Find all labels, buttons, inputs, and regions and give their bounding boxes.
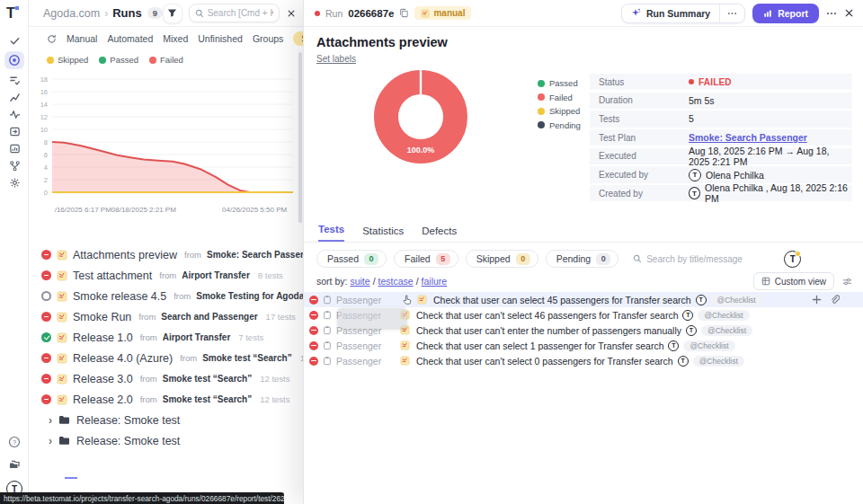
note-icon [421,9,430,18]
test-tag[interactable]: @Checklist [683,340,734,351]
info-label: Status [590,77,689,87]
run-list-item[interactable]: Smoke Run from Search and Passenger 17 t… [29,306,303,327]
test-tag[interactable]: @Checklist [711,295,762,305]
import-icon[interactable] [4,125,24,137]
chip-count: 0 [516,253,530,265]
runs-icon[interactable] [4,51,24,69]
icon-rail: T ? T [0,0,29,504]
test-row[interactable]: Passenger Check that user can't enter th… [304,323,863,338]
legend-item[interactable]: Skipped [47,55,88,65]
analytics-icon[interactable] [4,91,24,103]
close-panel-icon[interactable] [844,8,854,18]
info-value: TOlena Pchilka [689,169,764,181]
test-note-icon [57,332,67,343]
reports-icon[interactable] [4,142,24,155]
set-labels-link[interactable]: Set labels [316,54,356,64]
pulse-icon[interactable] [4,108,24,120]
test-tag[interactable]: @Checklist [693,356,744,367]
run-list-item[interactable]: Release 4.0 (Azure) from Smoke test “Sea… [29,348,303,368]
run-list-item[interactable]: Test attachment from Airport Transfer 8 … [29,265,303,286]
run-summary-button[interactable]: Run Summary [622,4,719,22]
filter-button[interactable] [163,4,182,23]
svg-text:08/18/2025 2:21 PM: 08/18/2025 2:21 PM [111,206,176,214]
chevron-right-icon[interactable]: › [49,435,52,447]
run-summary-group: Run Summary [621,4,745,23]
run-list-item[interactable]: Release 1.0 from Airport Transfer 7 test… [29,327,303,348]
breadcrumb-project[interactable]: Agoda.com [43,7,100,20]
more-options-icon[interactable] [826,12,837,15]
tab-statistics[interactable]: Statistics [362,225,404,242]
chip-failed[interactable]: Failed5 [394,250,458,268]
test-row[interactable]: Passenger Check that user can't select 0… [304,353,863,368]
folder-row[interactable]: › Release: Smoke test [29,410,303,430]
legend-item[interactable]: Failed [149,55,183,65]
folder-row[interactable]: › Release: Smoke test [29,430,303,451]
funnel-icon [167,8,177,18]
run-from-label: from [173,291,191,301]
run-plan-name: Smoke: Search Passenger [207,250,303,260]
tests-search-input[interactable] [646,254,777,264]
test-failed-icon [309,311,318,320]
sort-link-testcase[interactable]: testcase [378,276,414,287]
testomat-logo-icon[interactable]: T [6,5,15,22]
donut-legend-item[interactable]: Failed [538,93,581,102]
run-list-item[interactable]: Smoke release 4.5 from Smoke Testing for… [29,286,303,306]
chip-passed[interactable]: Passed0 [316,250,387,268]
chip-skipped[interactable]: Skipped0 [466,250,538,268]
pagination-indicator[interactable] [65,477,77,479]
donut-legend-item[interactable]: Passed [538,78,581,88]
tab-defects[interactable]: Defects [422,225,457,242]
copy-icon[interactable] [399,8,409,18]
runs-search[interactable] [189,4,280,22]
projects-icon[interactable] [4,458,24,471]
donut-legend-item[interactable]: Pending [538,120,581,130]
add-icon[interactable] [812,295,822,305]
sort-link-failure[interactable]: failure [422,276,448,287]
test-plans-icon[interactable] [4,74,24,86]
custom-view-button[interactable]: Custom view [753,272,834,290]
user-avatar: T [689,187,700,199]
donut-legend-item[interactable]: Skipped [538,106,581,116]
rerun-icon[interactable] [47,34,57,44]
filter-tab[interactable]: Unfinished [198,33,243,44]
branch-icon[interactable] [4,159,24,172]
run-from-label: from [180,353,197,363]
tests-search[interactable] [633,254,777,264]
filter-tab[interactable]: Manual [67,33,97,44]
filter-tab[interactable]: Mixed [163,33,188,44]
report-button[interactable]: Report [752,4,819,23]
filter-tab[interactable]: Automated [107,33,153,44]
test-tag[interactable]: @Checklist [701,325,752,336]
test-row[interactable]: Passenger Check that user can't select 4… [304,307,863,323]
svg-text:04/26/2025 5:50 PM: 04/26/2025 5:50 PM [222,206,287,214]
sort-link-suite[interactable]: suite [350,276,369,287]
runs-search-input[interactable] [208,8,273,18]
tab-tests[interactable]: Tests [318,224,344,242]
trend-legend: SkippedPassedFailed [29,53,303,66]
chevron-right-icon[interactable]: › [49,414,52,427]
run-list-item[interactable]: Release 2.0 from Smoke test “Search” 12 … [29,389,303,410]
summary-more-icon[interactable] [720,4,744,22]
left-scrollbar[interactable] [298,52,302,223]
assignee-avatar[interactable]: T [784,251,801,268]
info-value[interactable]: Smoke: Search Passenger [689,132,807,143]
close-icon[interactable] [287,9,296,18]
sliders-icon[interactable] [842,277,852,287]
filter-tab[interactable]: Groups [253,33,283,44]
paperclip-icon[interactable] [830,295,840,305]
test-row[interactable]: Passenger Check that user can select 45 … [304,292,863,307]
run-list-item[interactable]: Attachments preview from Smoke: Search P… [29,244,303,265]
legend-item[interactable]: Passed [99,55,138,65]
help-icon[interactable]: ? [4,436,24,448]
test-assignee-avatar: T [678,356,689,367]
chip-pending[interactable]: Pending0 [546,250,619,268]
settings-gear-icon[interactable] [4,176,24,189]
run-status-icon [41,250,51,260]
run-list-item[interactable]: Release 3.0 from Smoke test “Search” 12 … [29,368,303,389]
filter-tab[interactable]: Severity [293,31,303,46]
ready-check-icon[interactable] [4,34,24,47]
test-row[interactable]: Passenger Check that user can select 1 p… [304,338,863,353]
test-tag[interactable]: @Checklist [698,310,749,321]
breadcrumb-page[interactable]: Runs [112,6,142,20]
test-filter-row: Passed0Failed5Skipped0Pending0 T [304,243,863,269]
